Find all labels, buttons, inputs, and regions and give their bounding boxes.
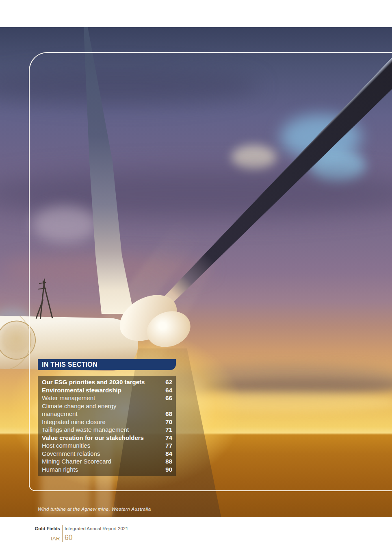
toc-item[interactable]: Mining Charter Scorecard88 <box>42 457 172 466</box>
anemometer-mast <box>36 299 43 319</box>
toc-item-page-number: 64 <box>162 386 172 394</box>
toc-item-label: Environmental stewardship <box>42 386 121 394</box>
toc-item-label: Integrated mine closure <box>42 418 106 426</box>
toc-item-label: Tailings and waste management <box>42 426 129 434</box>
gold-fields-lion-emblem <box>0 320 36 360</box>
toc-item-label: Human rights <box>42 466 78 474</box>
toc-item[interactable]: Value creation for our stakeholders74 <box>42 434 172 442</box>
toc-item-label: Water management <box>42 394 95 402</box>
toc-item-page-number: 88 <box>162 457 172 466</box>
toc-item-label: Climate change and energy management <box>42 402 152 418</box>
toc-item-page-number: 77 <box>162 442 172 450</box>
photo-caption: Wind turbine at the Agnew mine, Western … <box>38 507 151 511</box>
report-page: IN THIS SECTION Our ESG priorities and 2… <box>0 0 392 555</box>
footer-report-title: Integrated Annual Report 2021 <box>65 526 128 531</box>
section-title-bar: IN THIS SECTION <box>38 359 176 370</box>
toc-item[interactable]: Environmental stewardship64 <box>42 386 172 394</box>
toc-item-page-number: 71 <box>162 426 172 434</box>
toc-item-label: Our ESG priorities and 2030 targets <box>42 378 145 386</box>
footer-divider-line <box>62 525 63 542</box>
toc-item[interactable]: Government relations84 <box>42 450 172 458</box>
toc-item-page-number: 68 <box>162 410 172 418</box>
toc-item-page-number: 84 <box>162 450 172 458</box>
anemometer-crossbar <box>39 282 46 284</box>
toc-item[interactable]: Our ESG priorities and 2030 targets62 <box>42 378 172 386</box>
toc-item[interactable]: Climate change and energy management68 <box>42 402 172 418</box>
toc-item-page-number: 62 <box>162 378 172 386</box>
cloud <box>32 206 97 243</box>
toc-item[interactable]: Host communities77 <box>42 442 172 450</box>
anemometer-mast <box>43 281 53 318</box>
toc-item-label: Mining Charter Scorecard <box>42 457 111 466</box>
toc-item[interactable]: Tailings and waste management71 <box>42 426 172 434</box>
toc-item-label: Value creation for our stakeholders <box>42 434 144 442</box>
toc-item[interactable]: Human rights90 <box>42 466 172 474</box>
cloud <box>232 145 276 170</box>
toc-item-page-number: 66 <box>162 394 172 402</box>
section-title: IN THIS SECTION <box>42 361 97 368</box>
toc-item-page-number: 74 <box>162 434 172 442</box>
footer-page-number: 60 <box>65 533 72 542</box>
toc-item[interactable]: Integrated mine closure70 <box>42 418 172 426</box>
footer-page-prefix: IAR <box>0 535 60 542</box>
toc-item-page-number: 70 <box>162 418 172 426</box>
toc-item-label: Government relations <box>42 450 100 458</box>
toc-list: Our ESG priorities and 2030 targets62Env… <box>38 376 176 476</box>
toc-item[interactable]: Water management66 <box>42 394 172 402</box>
footer-brand: Gold Fields <box>0 526 60 531</box>
toc-item-label: Host communities <box>42 442 90 450</box>
cloud <box>0 68 260 104</box>
toc-item-page-number: 90 <box>162 466 172 474</box>
